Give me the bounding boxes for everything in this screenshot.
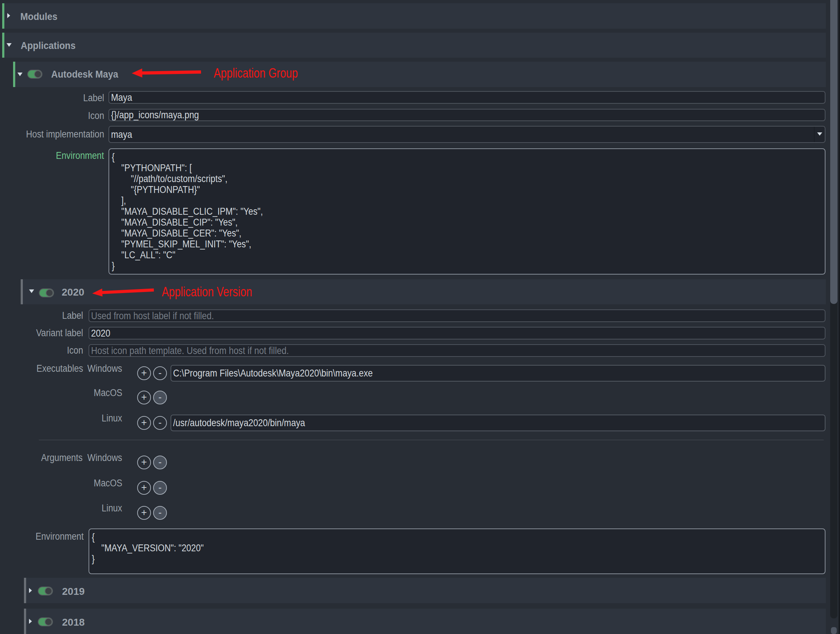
svg-text:Application Group: Application Group xyxy=(214,66,298,80)
svg-text:Application Version: Application Version xyxy=(162,284,252,299)
